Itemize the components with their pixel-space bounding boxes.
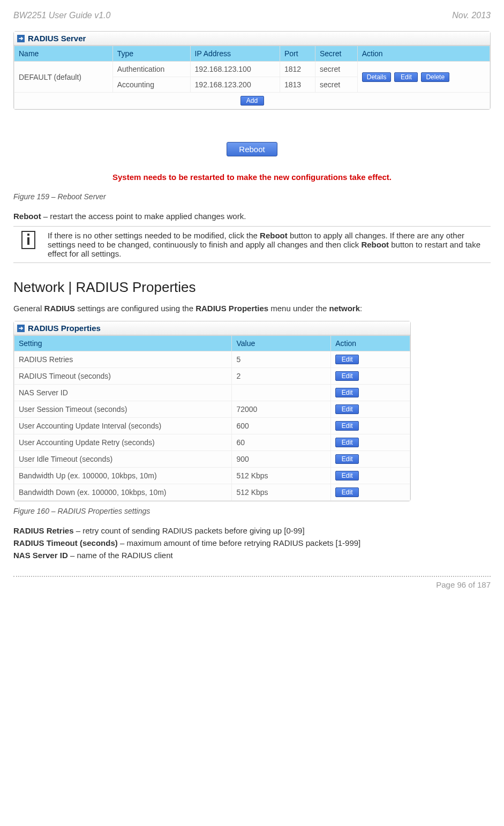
reboot-description: Reboot – restart the access point to mak… (13, 212, 491, 221)
edit-button[interactable]: Edit (335, 371, 359, 381)
cell-port: 1812 (280, 62, 315, 77)
edit-button[interactable]: Edit (335, 487, 359, 497)
cell-setting: Bandwidth Up (ex. 100000, 10kbps, 10m) (14, 468, 232, 484)
cell-setting: User Accounting Update Interval (seconds… (14, 418, 232, 434)
cell-actions: Details Edit Delete (357, 62, 490, 93)
cell-port: 1813 (280, 77, 315, 93)
edit-button[interactable]: Edit (335, 355, 359, 364)
def-text: – name of the RADIUS client (68, 551, 173, 560)
col-setting: Setting (14, 336, 232, 351)
figure-caption-159: Figure 159 – Reboot Server (13, 192, 491, 201)
cell-ip: 192.168.123.100 (190, 62, 280, 77)
cell-setting: RADIUS Retries (14, 351, 232, 368)
reboot-area: Reboot System needs to be restarted to m… (13, 142, 491, 182)
edit-button[interactable]: Edit (394, 72, 418, 82)
cell-setting: User Idle Timeout (seconds) (14, 451, 232, 468)
intro-text: : (360, 304, 362, 313)
cell-type: Accounting (112, 77, 190, 93)
col-value: Value (232, 336, 331, 351)
doc-title: BW2251 User Guide v1.0 (13, 11, 110, 20)
cell-setting: NAS Server ID (14, 385, 232, 401)
col-type: Type (112, 46, 190, 62)
cell-value: 900 (232, 451, 331, 468)
cell-setting: User Accounting Update Retry (seconds) (14, 434, 232, 451)
delete-button[interactable]: Delete (421, 72, 449, 82)
cell-value (232, 385, 331, 401)
radius-properties-panel: ➔ RADIUS Properties Setting Value Action… (13, 321, 411, 501)
radius-server-panel: ➔ RADIUS Server Name Type IP Address Por… (13, 31, 491, 110)
panel-header: ➔ RADIUS Properties (14, 321, 410, 335)
page-header: BW2251 User Guide v1.0 Nov. 2013 (13, 11, 491, 20)
cell-setting: User Session Timeout (seconds) (14, 401, 232, 418)
panel-header: ➔ RADIUS Server (14, 32, 490, 46)
add-button[interactable]: Add (240, 96, 264, 106)
figure-caption-160: Figure 160 – RADIUS Properties settings (13, 507, 491, 515)
note-text: If there is no other settings needed to … (48, 231, 260, 240)
cell-value: 512 Kbps (232, 484, 331, 501)
note-bold: Reboot (260, 231, 288, 240)
intro-bold: RADIUS Properties (195, 304, 268, 313)
panel-title: RADIUS Properties (28, 324, 101, 333)
cell-secret: secret (315, 77, 357, 93)
cell-value: 512 Kbps (232, 468, 331, 484)
page-footer: Page 96 of 187 (13, 576, 491, 589)
edit-button[interactable]: Edit (335, 388, 359, 397)
reboot-label: Reboot (13, 212, 41, 221)
edit-button[interactable]: Edit (335, 438, 359, 447)
cell-setting: RADIUS Timeout (seconds) (14, 368, 232, 385)
radius-server-table: Name Type IP Address Port Secret Action … (14, 46, 490, 109)
arrow-icon: ➔ (17, 35, 25, 42)
cell-type: Authentication (112, 62, 190, 77)
def-label: NAS Server ID (13, 551, 68, 560)
restart-message: System needs to be restarted to make the… (13, 172, 491, 182)
cell-value: 5 (232, 351, 331, 368)
def-nas: NAS Server ID – name of the RADIUS clien… (13, 551, 491, 560)
col-name: Name (14, 46, 113, 62)
doc-date: Nov. 2013 (452, 11, 491, 20)
col-action: Action (331, 336, 410, 351)
def-label: RADIUS Retries (13, 526, 74, 535)
cell-ip: 192.168.123.200 (190, 77, 280, 93)
cell-setting: Bandwidth Down (ex. 100000, 10kbps, 10m) (14, 484, 232, 501)
reboot-text: – restart the access point to make appli… (41, 212, 246, 221)
radius-properties-table: Setting Value Action RADIUS Retries5Edit… (14, 335, 410, 501)
intro-text: menu under the (268, 304, 329, 313)
def-text: – maximum amount of time before retrying… (118, 538, 361, 547)
def-retries: RADIUS Retries – retry count of sending … (13, 526, 491, 535)
note-bold: Reboot (361, 240, 389, 249)
edit-button[interactable]: Edit (335, 404, 359, 414)
cell-name: DEFAULT (default) (14, 62, 113, 93)
intro-bold: network (329, 304, 360, 313)
edit-button[interactable]: Edit (335, 421, 359, 431)
panel-title: RADIUS Server (28, 34, 86, 43)
cell-value: 600 (232, 418, 331, 434)
def-label: RADIUS Timeout (seconds) (13, 538, 118, 547)
info-note: If there is no other settings needed to … (13, 226, 491, 263)
cell-value: 72000 (232, 401, 331, 418)
arrow-icon: ➔ (17, 325, 25, 332)
def-timeout: RADIUS Timeout (seconds) – maximum amoun… (13, 538, 491, 547)
details-button[interactable]: Details (362, 72, 392, 82)
cell-secret: secret (315, 62, 357, 77)
col-ip: IP Address (190, 46, 280, 62)
intro-text: General (13, 304, 44, 313)
page-number: Page 96 of 187 (436, 580, 491, 589)
cell-value: 2 (232, 368, 331, 385)
info-icon (21, 231, 35, 249)
intro-bold: RADIUS (44, 304, 76, 313)
col-secret: Secret (315, 46, 357, 62)
info-text: If there is no other settings needed to … (43, 227, 491, 263)
reboot-button[interactable]: Reboot (227, 142, 277, 156)
col-action: Action (357, 46, 490, 62)
def-text: – retry count of sending RADIUS packets … (74, 526, 305, 535)
col-port: Port (280, 46, 315, 62)
section-heading: Network | RADIUS Properties (13, 279, 491, 296)
edit-button[interactable]: Edit (335, 471, 359, 480)
edit-button[interactable]: Edit (335, 454, 359, 464)
cell-value: 60 (232, 434, 331, 451)
info-icon-cell (13, 227, 43, 263)
section-intro: General RADIUS settings are configured u… (13, 304, 491, 313)
intro-text: settings are configured using the (75, 304, 195, 313)
